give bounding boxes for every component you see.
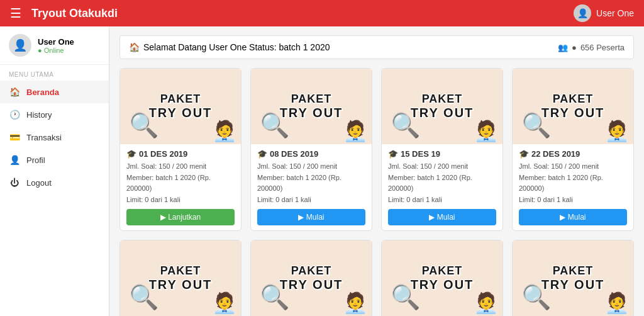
card-body: 🎓 22 DES 2019 Jml. Soal: 150 / 200 menit… (513, 144, 633, 230)
card-soal: Jml. Soal: 150 / 200 menit (126, 161, 235, 172)
card-image: 🔍 PAKET TRY OUT 🧑‍💼 (120, 69, 241, 144)
magnify-icon: 🔍 (260, 111, 289, 139)
topnav-user: 👤 User One (574, 4, 634, 22)
person-figure: 🧑‍💼 (343, 291, 368, 315)
topnav: ☰ Tryout Otakukdi 👤 User One (0, 0, 644, 26)
card-limit: Limit: 0 dari 1 kali (519, 195, 627, 206)
sidebar-item-logout[interactable]: ⏻ Logout (0, 171, 109, 194)
sidebar-avatar: 👤 (9, 34, 31, 57)
sidebar-status: Online (38, 47, 74, 54)
logout-icon: ⏻ (9, 178, 20, 188)
grad-icon: 🎓 (388, 149, 398, 159)
sidebar: 👤 User One Online MENU UTAMA 🏠 Beranda 🕐… (0, 26, 109, 316)
welcome-text: Selamat Datang User One Status: batch 1 … (143, 42, 330, 52)
sidebar-label-profil: Profil (26, 155, 45, 165)
sidebar-user-info: User One Online (38, 37, 74, 54)
transaksi-icon: 💳 (9, 132, 20, 142)
peserta-number: 656 Peserta (580, 43, 625, 52)
card-info: Jml. Soal: 150 / 200 menit Member: batch… (126, 161, 235, 205)
layout: 👤 User One Online MENU UTAMA 🏠 Beranda 🕐… (0, 26, 644, 316)
grad-icon: 🎓 (257, 149, 267, 159)
sidebar-label-history: History (26, 110, 52, 120)
card-action-button[interactable]: ▶ Mulai (519, 209, 627, 225)
sidebar-item-transaksi[interactable]: 💳 Transaksi (0, 126, 109, 149)
card-member: Member: batch 1 2020 (Rp. 200000) (257, 172, 365, 195)
card-body: 🎓 08 DES 2019 Jml. Soal: 150 / 200 menit… (251, 144, 372, 230)
peserta-icon: 👥 (558, 43, 568, 52)
card-member: Member: batch 1 2020 (Rp. 200000) (388, 172, 496, 195)
person-figure: 🧑‍💼 (604, 291, 630, 315)
sidebar-item-beranda[interactable]: 🏠 Beranda (0, 81, 109, 103)
person-figure: 🧑‍💼 (474, 291, 499, 315)
app-title: Tryout Otakukdi (31, 7, 574, 20)
person-figure: 🧑‍💼 (212, 291, 237, 315)
card-body: 🎓 01 DES 2019 Jml. Soal: 150 / 200 menit… (120, 144, 241, 230)
profil-icon: 👤 (9, 155, 20, 165)
person-figure: 🧑‍💼 (474, 119, 499, 143)
card-image: 🔍 PAKET TRY OUT 🧑‍💼 (251, 69, 372, 144)
magnify-icon: 🔍 (391, 283, 420, 311)
card-item: 🔍 PAKET TRY OUT 🧑‍💼 🎓 08 DES 2019 Jml. S… (250, 68, 372, 231)
card-item: 🔍 PAKET TRY OUT 🧑‍💼 🎓 29 DES 2019 Jml. S… (119, 240, 242, 316)
card-info: Jml. Soal: 150 / 200 menit Member: batch… (257, 161, 365, 205)
sidebar-username: User One (38, 37, 74, 47)
home-icon: 🏠 (9, 87, 20, 97)
card-body: 🎓 15 DES 19 Jml. Soal: 150 / 200 menit M… (382, 144, 502, 230)
card-soal: Jml. Soal: 150 / 200 menit (519, 161, 627, 172)
magnify-icon: 🔍 (521, 111, 551, 139)
peserta-badge: ● (572, 43, 577, 52)
magnify-icon: 🔍 (260, 283, 289, 311)
magnify-icon: 🔍 (391, 111, 420, 139)
card-item: 🔍 PAKET TRY OUT 🧑‍💼 🎓 01 DES 2019 Jml. S… (119, 68, 242, 231)
card-image: 🔍 PAKET TRY OUT 🧑‍💼 (513, 240, 633, 316)
main-header-left: 🏠 Selamat Datang User One Status: batch … (129, 42, 330, 52)
card-action-button[interactable]: ▶ Mulai (257, 209, 365, 225)
magnify-icon: 🔍 (129, 111, 158, 139)
card-image: 🔍 PAKET TRY OUT 🧑‍💼 (513, 69, 633, 144)
person-figure: 🧑‍💼 (343, 119, 368, 143)
card-date: 🎓 08 DES 2019 (257, 149, 365, 159)
main-header: 🏠 Selamat Datang User One Status: batch … (119, 35, 634, 59)
card-soal: Jml. Soal: 150 / 200 menit (257, 161, 365, 172)
card-date: 🎓 22 DES 2019 (519, 149, 627, 159)
card-action-button[interactable]: ▶ Mulai (388, 209, 496, 225)
card-limit: Limit: 0 dari 1 kali (257, 195, 365, 206)
person-figure: 🧑‍💼 (212, 119, 237, 143)
sidebar-user-section: 👤 User One Online (0, 26, 109, 65)
hamburger-icon[interactable]: ☰ (10, 6, 21, 21)
card-item: 🔍 PAKET TRY OUT 🧑‍💼 🎓 12 JAN 2020 Jml. S… (381, 240, 503, 316)
card-info: Jml. Soal: 150 / 200 menit Member: batch… (388, 161, 496, 205)
main-content: 🏠 Selamat Datang User One Status: batch … (109, 26, 644, 316)
card-image: 🔍 PAKET TRY OUT 🧑‍💼 (120, 240, 241, 316)
card-image: 🔍 PAKET TRY OUT 🧑‍💼 (382, 69, 502, 144)
card-soal: Jml. Soal: 150 / 200 menit (388, 161, 496, 172)
card-item: 🔍 PAKET TRY OUT 🧑‍💼 🎓 19 JAN 2020 Jml. S… (512, 240, 634, 316)
card-image: 🔍 PAKET TRY OUT 🧑‍💼 (251, 240, 372, 316)
card-limit: Limit: 0 dari 1 kali (126, 195, 235, 206)
sidebar-label-logout: Logout (26, 178, 52, 188)
card-item: 🔍 PAKET TRY OUT 🧑‍💼 🎓 15 DES 19 Jml. Soa… (381, 68, 503, 231)
card-image: 🔍 PAKET TRY OUT 🧑‍💼 (382, 240, 502, 316)
card-member: Member: batch 1 2020 (Rp. 200000) (126, 172, 235, 195)
sidebar-label-transaksi: Transaksi (26, 133, 62, 142)
magnify-icon: 🔍 (129, 283, 158, 311)
sidebar-menu-label: MENU UTAMA (0, 65, 109, 81)
history-icon: 🕐 (9, 110, 20, 120)
topnav-username: User One (596, 8, 634, 18)
card-date: 🎓 15 DES 19 (388, 149, 496, 159)
card-item: 🔍 PAKET TRY OUT 🧑‍💼 🎓 22 DES 2019 Jml. S… (512, 68, 634, 231)
card-item: 🔍 PAKET TRY OUT 🧑‍💼 🎓 5 JAN 2020 Jml. So… (250, 240, 372, 316)
topnav-avatar: 👤 (574, 4, 591, 22)
person-figure: 🧑‍💼 (604, 119, 630, 143)
sidebar-item-profil[interactable]: 👤 Profil (0, 149, 109, 171)
grad-icon: 🎓 (126, 149, 136, 159)
card-member: Member: batch 1 2020 (Rp. 200000) (519, 172, 627, 195)
magnify-icon: 🔍 (521, 283, 551, 311)
house-icon: 🏠 (129, 42, 140, 52)
card-limit: Limit: 0 dari 1 kali (388, 195, 496, 206)
sidebar-label-beranda: Beranda (26, 87, 59, 97)
grad-icon: 🎓 (519, 149, 529, 159)
peserta-count: 👥 ● 656 Peserta (558, 43, 625, 52)
sidebar-item-history[interactable]: 🕐 History (0, 103, 109, 126)
card-action-button[interactable]: ▶ Lanjutkan (126, 209, 235, 225)
